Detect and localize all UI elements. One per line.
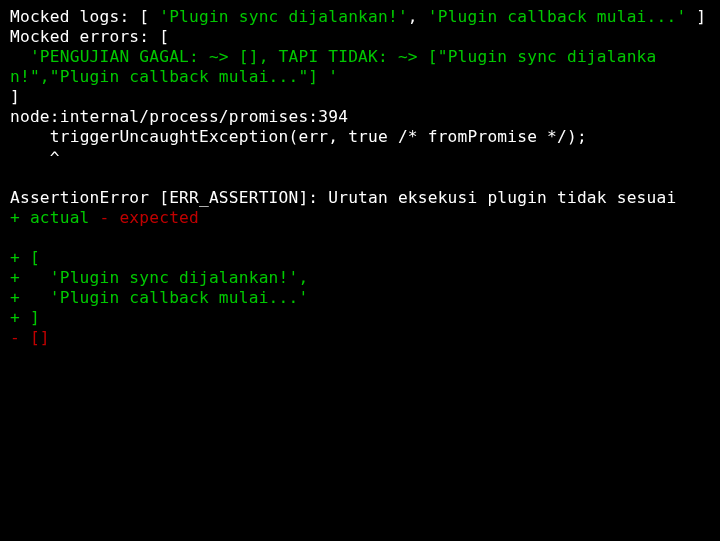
mocked-logs-label: Mocked logs: [ xyxy=(10,7,159,26)
mocked-errors-label: Mocked errors: [ xyxy=(10,27,169,46)
diff-actual-item-1: + 'Plugin sync dijalankan!', xyxy=(10,268,308,287)
sep xyxy=(90,208,100,227)
error-value: 'PENGUJIAN GAGAL: ~> [], TAPI TIDAK: ~> … xyxy=(10,47,657,86)
log-value-2: 'Plugin callback mulai...' xyxy=(428,7,687,26)
actual-label: + actual xyxy=(10,208,90,227)
caret-pointer: ^ xyxy=(10,148,60,167)
node-location: node:internal/process/promises:394 xyxy=(10,107,348,126)
diff-actual-item-2: + 'Plugin callback mulai...' xyxy=(10,288,308,307)
comma: , xyxy=(408,7,428,26)
stack-line: triggerUncaughtException(err, true /* fr… xyxy=(10,127,587,146)
diff-actual-open: + [ xyxy=(10,248,40,267)
log-value-1: 'Plugin sync dijalankan!' xyxy=(159,7,408,26)
diff-actual-close: + ] xyxy=(10,308,40,327)
assertion-error: AssertionError [ERR_ASSERTION]: Urutan e… xyxy=(10,188,676,207)
terminal-output: Mocked logs: [ 'Plugin sync dijalankan!'… xyxy=(10,7,716,348)
bracket-close-2: ] xyxy=(10,87,20,106)
expected-label: - expected xyxy=(100,208,199,227)
bracket-close: ] xyxy=(686,7,706,26)
diff-expected: - [] xyxy=(10,328,50,347)
